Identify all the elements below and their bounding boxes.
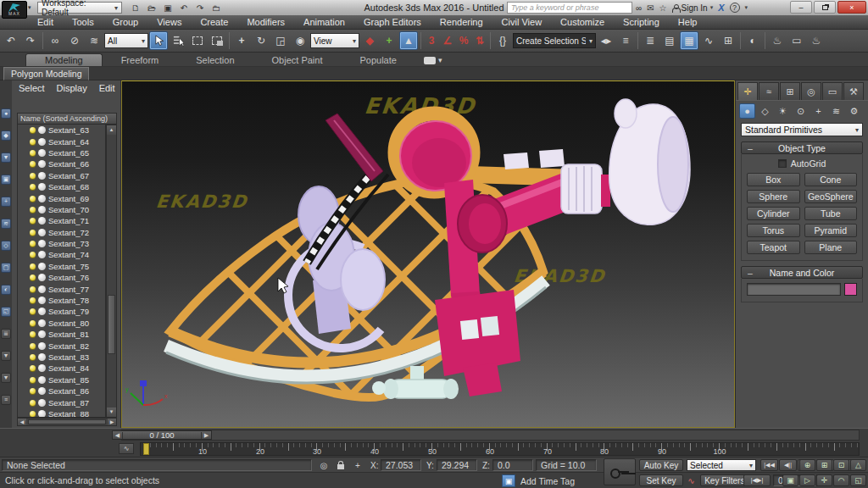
scrollbar-thumb[interactable] bbox=[28, 419, 106, 424]
explorer-column-header[interactable]: Name (Sorted Ascending) bbox=[17, 113, 117, 125]
layer-explorer-button[interactable]: ≣ bbox=[641, 31, 659, 50]
pan-icon[interactable]: ✛ bbox=[816, 474, 832, 486]
undo-icon[interactable]: ↶ bbox=[177, 2, 191, 14]
display-spacewarps-toggle[interactable]: ≋ bbox=[1, 219, 11, 229]
auto-key-button[interactable]: Auto Key bbox=[639, 459, 683, 471]
lightbulb-icon[interactable] bbox=[30, 207, 36, 213]
rendered-frame-window-button[interactable]: ▭ bbox=[787, 31, 806, 50]
explorer-list-item[interactable]: Sextant_64 bbox=[18, 136, 105, 147]
spinner-snap-toggle[interactable]: ⇅ bbox=[472, 31, 487, 50]
display-helpers-toggle[interactable]: + bbox=[1, 197, 11, 207]
orbit-icon[interactable]: ◠ bbox=[833, 474, 849, 486]
render-production-button[interactable]: ♨ bbox=[807, 31, 826, 50]
explorer-list-item[interactable]: Sextant_79 bbox=[18, 306, 105, 317]
lightbulb-icon[interactable] bbox=[30, 252, 36, 258]
lightbulb-icon[interactable] bbox=[30, 400, 36, 406]
explorer-list-item[interactable]: Sextant_84 bbox=[18, 363, 105, 374]
menu-item[interactable]: Civil View bbox=[502, 17, 542, 27]
systems-category-icon[interactable]: ⚙ bbox=[846, 103, 862, 119]
cameras-category-icon[interactable]: ⊙ bbox=[793, 103, 809, 119]
project-folder-icon[interactable]: 🗀 bbox=[209, 2, 223, 14]
menu-item[interactable]: Modifiers bbox=[247, 17, 285, 27]
explorer-list-item[interactable]: Sextant_88 bbox=[18, 408, 105, 418]
explorer-menu-item[interactable]: Edit bbox=[99, 83, 115, 93]
communication-center-icon[interactable]: ✉ bbox=[647, 3, 654, 13]
explorer-list-item[interactable]: Sextant_78 bbox=[18, 295, 105, 306]
app-menu-arrow-icon[interactable]: ▾ bbox=[28, 4, 31, 11]
new-file-icon[interactable]: 🗋 bbox=[129, 2, 142, 14]
selection-filter-dropdown[interactable]: All ▾ bbox=[104, 33, 148, 48]
save-file-icon[interactable]: ▣ bbox=[161, 2, 175, 14]
select-and-scale-button[interactable]: ◲ bbox=[271, 31, 290, 50]
scroll-right-icon[interactable]: ▶ bbox=[108, 419, 116, 425]
display-tab[interactable]: ▭ bbox=[822, 82, 843, 100]
explorer-list-item[interactable]: Sextant_72 bbox=[18, 227, 105, 238]
display-bones-toggle[interactable]: ◇ bbox=[1, 241, 11, 251]
menu-item[interactable]: Scripting bbox=[623, 17, 659, 27]
explorer-list-item[interactable]: Sextant_70 bbox=[18, 204, 105, 215]
minimize-button[interactable]: – bbox=[790, 1, 812, 14]
zoom-icon[interactable]: ⊕ bbox=[799, 459, 815, 471]
lightbulb-icon[interactable] bbox=[30, 150, 36, 156]
workspace-dropdown[interactable]: Workspace: Default ▾ bbox=[37, 2, 122, 14]
time-tag-icon[interactable]: ▣ bbox=[502, 474, 515, 487]
y-coordinate-field[interactable]: 29.294 bbox=[437, 459, 477, 471]
time-slider-handle[interactable]: ◀ 0 / 100 ▶ bbox=[112, 430, 212, 440]
search-icon[interactable]: ∞ bbox=[636, 3, 642, 13]
mini-curve-editor-button[interactable]: ∿ bbox=[119, 443, 134, 454]
explorer-list-item[interactable]: Sextant_66 bbox=[18, 158, 105, 169]
sextant-3d-model[interactable]: y x bbox=[122, 81, 735, 428]
scroll-down-icon[interactable]: ▼ bbox=[107, 408, 116, 417]
field-of-view-icon[interactable]: △ bbox=[850, 459, 866, 471]
display-xrefs-toggle[interactable]: ◱ bbox=[1, 307, 11, 317]
select-and-place-button[interactable]: ◉ bbox=[291, 31, 309, 50]
help-dropdown-icon[interactable]: ▾ bbox=[745, 4, 748, 11]
select-object-button[interactable] bbox=[149, 31, 168, 50]
restore-button[interactable] bbox=[814, 1, 836, 14]
redo-button[interactable]: ↷ bbox=[21, 31, 40, 50]
select-and-move-button[interactable]: + bbox=[232, 31, 251, 50]
select-and-link-icon[interactable]: ∞ bbox=[46, 31, 64, 50]
object-name-input[interactable] bbox=[747, 283, 841, 296]
explorer-list-item[interactable]: Sextant_68 bbox=[18, 181, 105, 192]
isolate-nav-icon[interactable]: ▣ bbox=[782, 474, 798, 486]
z-coordinate-field[interactable]: 0.0 bbox=[492, 459, 533, 471]
selection-set-key-dropdown[interactable]: Selected ▾ bbox=[687, 459, 756, 471]
curve-editor-button[interactable]: ∿ bbox=[699, 31, 718, 50]
display-materials-toggle[interactable]: ◐ bbox=[1, 285, 11, 295]
explorer-list-item[interactable]: Sextant_63 bbox=[18, 125, 105, 136]
set-keys-button[interactable] bbox=[604, 458, 636, 485]
menu-item[interactable]: Create bbox=[200, 17, 228, 27]
ribbon-toggle-button[interactable]: ▤ bbox=[660, 31, 679, 50]
display-lights-toggle[interactable]: ▼ bbox=[1, 152, 11, 163]
favorites-icon[interactable]: ☆ bbox=[659, 3, 667, 13]
ribbon-tab-modeling[interactable]: Modeling bbox=[25, 53, 103, 66]
lightbulb-icon[interactable] bbox=[30, 331, 36, 337]
shapes-category-icon[interactable]: ◇ bbox=[757, 103, 773, 119]
lightbulb-icon[interactable] bbox=[30, 161, 36, 167]
unlink-selection-icon[interactable]: ⊘ bbox=[65, 31, 84, 50]
lightbulb-icon[interactable] bbox=[30, 230, 36, 236]
angle-snap-toggle[interactable]: ∠ bbox=[440, 31, 455, 50]
edit-named-selection-sets-button[interactable]: {} bbox=[493, 31, 512, 50]
lights-category-icon[interactable]: ☀ bbox=[775, 103, 791, 119]
zoom-all-icon[interactable]: ⊞ bbox=[816, 459, 832, 471]
spacewarps-category-icon[interactable]: ≋ bbox=[828, 103, 844, 119]
named-selection-sets-dropdown[interactable]: Create Selection Se ▾ bbox=[513, 33, 596, 48]
ribbon-overflow-button[interactable]: ▾ bbox=[424, 56, 442, 66]
lightbulb-icon[interactable] bbox=[30, 218, 36, 224]
lightbulb-icon[interactable] bbox=[30, 354, 36, 360]
lightbulb-icon[interactable] bbox=[30, 241, 36, 247]
key-mode-toggle[interactable]: |◀▶| bbox=[743, 474, 771, 486]
explorer-menu-item[interactable]: Display bbox=[57, 83, 87, 93]
display-geometry-toggle[interactable]: ● bbox=[1, 108, 11, 119]
explorer-vertical-scrollbar[interactable]: ▲ ▼ bbox=[106, 125, 117, 418]
material-editor-button[interactable]: ◐ bbox=[743, 31, 762, 50]
menu-item[interactable]: Animation bbox=[303, 17, 345, 27]
hierarchy-tab[interactable]: ⊞ bbox=[780, 82, 800, 100]
previous-frame-icon[interactable]: ◀ bbox=[113, 432, 123, 439]
modify-tab[interactable]: ≈ bbox=[759, 82, 779, 100]
lightbulb-icon[interactable] bbox=[30, 263, 36, 269]
rectangular-selection-region-button[interactable] bbox=[188, 31, 207, 50]
x-coordinate-field[interactable]: 27.053 bbox=[381, 459, 421, 471]
